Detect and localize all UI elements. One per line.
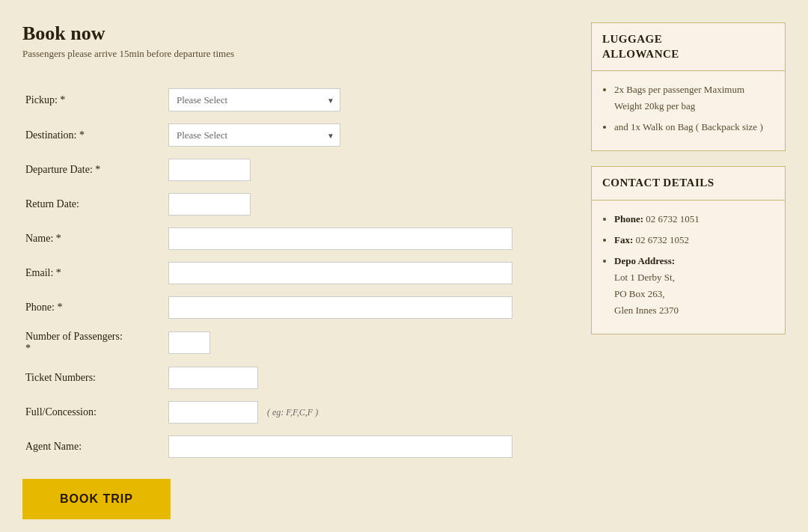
- luggage-item-1: 2x Bags per passenger Maximum Weight 20k…: [614, 82, 774, 114]
- page-title: Book now: [22, 22, 569, 45]
- return-date-input[interactable]: [168, 193, 251, 215]
- return-date-row: Return Date:: [22, 187, 569, 221]
- destination-row: Destination: * Please Select: [22, 117, 569, 153]
- name-input[interactable]: [168, 227, 512, 250]
- concession-label: Full/Concession:: [22, 395, 165, 429]
- contact-fax-label: Fax:: [614, 234, 633, 245]
- agent-name-label: Agent Name:: [22, 429, 165, 464]
- luggage-allowance-box: LUGGAGE ALLOWANCE 2x Bags per passenger …: [591, 22, 786, 151]
- concession-input[interactable]: [168, 401, 258, 424]
- booking-form: Book now Passengers please arrive 15min …: [22, 22, 569, 519]
- phone-row: Phone: *: [22, 290, 569, 325]
- agent-name-row: Agent Name:: [22, 429, 569, 464]
- pickup-label: Pickup: *: [22, 82, 165, 117]
- page-subtitle: Passengers please arrive 15min before de…: [22, 48, 569, 60]
- name-input-cell: [165, 221, 569, 256]
- contact-depo-line3: Glen Innes 2370: [614, 305, 679, 316]
- contact-depo-line2: PO Box 263,: [614, 288, 665, 299]
- book-trip-button[interactable]: BOOK TRIP: [22, 479, 171, 519]
- phone-input-cell: [165, 290, 569, 325]
- contact-phone-label: Phone:: [614, 213, 643, 224]
- passengers-input-cell: [165, 325, 569, 361]
- contact-details-title: CONTACT DETAILS: [592, 167, 785, 201]
- contact-phone-item: Phone: 02 6732 1051: [614, 211, 774, 227]
- agent-name-input-cell: [165, 429, 569, 464]
- luggage-allowance-body: 2x Bags per passenger Maximum Weight 20k…: [592, 71, 785, 150]
- email-row: Email: *: [22, 256, 569, 290]
- concession-row: Full/Concession: ( eg: F,F,C,F ): [22, 395, 569, 429]
- passengers-input[interactable]: [168, 331, 210, 354]
- luggage-item-2: and 1x Walk on Bag ( Backpack size ): [614, 119, 774, 135]
- ticket-numbers-label: Ticket Numbers:: [22, 361, 165, 395]
- phone-input[interactable]: [168, 296, 512, 319]
- pickup-select-wrapper: Please Select: [168, 88, 340, 111]
- departure-date-row: Departure Date: *: [22, 153, 569, 187]
- email-input-cell: [165, 256, 569, 290]
- destination-select-wrapper: Please Select: [168, 123, 340, 147]
- pickup-row: Pickup: * Please Select: [22, 82, 569, 117]
- contact-fax-item: Fax: 02 6732 1052: [614, 232, 774, 248]
- contact-fax-value: 02 6732 1052: [636, 234, 690, 245]
- destination-input-cell: Please Select: [165, 117, 569, 153]
- departure-date-input-cell: [165, 153, 569, 187]
- contact-depo-item: Depo Address: Lot 1 Derby St, PO Box 263…: [614, 253, 774, 319]
- ticket-numbers-input[interactable]: [168, 367, 258, 389]
- email-input[interactable]: [168, 262, 512, 284]
- departure-date-label: Departure Date: *: [22, 153, 165, 187]
- name-row: Name: *: [22, 221, 569, 256]
- pickup-input-cell: Please Select: [165, 82, 569, 117]
- passengers-label: Number of Passengers: *: [22, 325, 165, 361]
- destination-label: Destination: *: [22, 117, 165, 153]
- agent-name-input[interactable]: [168, 435, 512, 458]
- email-label: Email: *: [22, 256, 165, 290]
- ticket-numbers-input-cell: [165, 361, 569, 395]
- contact-phone-value: 02 6732 1051: [646, 213, 700, 224]
- contact-depo-line1: Lot 1 Derby St,: [614, 272, 675, 283]
- contact-list: Phone: 02 6732 1051 Fax: 02 6732 1052 De…: [602, 211, 774, 319]
- form-table: Pickup: * Please Select Destination: *: [22, 82, 569, 464]
- phone-label: Phone: *: [22, 290, 165, 325]
- contact-details-body: Phone: 02 6732 1051 Fax: 02 6732 1052 De…: [592, 201, 785, 334]
- concession-input-cell: ( eg: F,F,C,F ): [165, 395, 569, 429]
- ticket-numbers-row: Ticket Numbers:: [22, 361, 569, 395]
- return-date-label: Return Date:: [22, 187, 165, 221]
- luggage-list: 2x Bags per passenger Maximum Weight 20k…: [602, 82, 774, 135]
- departure-date-input[interactable]: [168, 159, 251, 181]
- sidebar: LUGGAGE ALLOWANCE 2x Bags per passenger …: [591, 22, 786, 519]
- contact-depo-label: Depo Address:: [614, 255, 675, 266]
- return-date-input-cell: [165, 187, 569, 221]
- destination-select[interactable]: Please Select: [168, 123, 340, 147]
- passengers-row: Number of Passengers: *: [22, 325, 569, 361]
- name-label: Name: *: [22, 221, 165, 256]
- contact-details-box: CONTACT DETAILS Phone: 02 6732 1051 Fax:…: [591, 166, 786, 334]
- luggage-allowance-title: LUGGAGE ALLOWANCE: [592, 23, 785, 71]
- pickup-select[interactable]: Please Select: [168, 88, 340, 111]
- concession-hint: ( eg: F,F,C,F ): [267, 407, 318, 418]
